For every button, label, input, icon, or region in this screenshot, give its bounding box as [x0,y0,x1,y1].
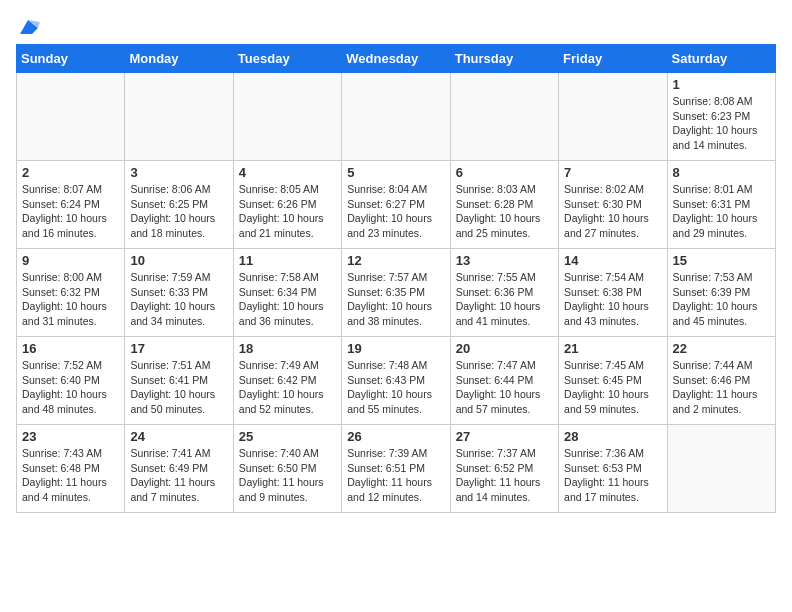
day-info: Sunrise: 8:03 AM Sunset: 6:28 PM Dayligh… [456,182,553,241]
day-info: Sunrise: 8:04 AM Sunset: 6:27 PM Dayligh… [347,182,444,241]
day-number: 26 [347,429,444,444]
calendar-cell: 11Sunrise: 7:58 AM Sunset: 6:34 PM Dayli… [233,249,341,337]
calendar-week-row: 16Sunrise: 7:52 AM Sunset: 6:40 PM Dayli… [17,337,776,425]
calendar-cell: 7Sunrise: 8:02 AM Sunset: 6:30 PM Daylig… [559,161,667,249]
day-number: 15 [673,253,770,268]
calendar-cell: 13Sunrise: 7:55 AM Sunset: 6:36 PM Dayli… [450,249,558,337]
calendar-cell: 27Sunrise: 7:37 AM Sunset: 6:52 PM Dayli… [450,425,558,513]
calendar-cell [125,73,233,161]
day-number: 2 [22,165,119,180]
day-info: Sunrise: 7:59 AM Sunset: 6:33 PM Dayligh… [130,270,227,329]
day-info: Sunrise: 7:57 AM Sunset: 6:35 PM Dayligh… [347,270,444,329]
day-number: 10 [130,253,227,268]
calendar-week-row: 1Sunrise: 8:08 AM Sunset: 6:23 PM Daylig… [17,73,776,161]
day-number: 27 [456,429,553,444]
day-info: Sunrise: 7:54 AM Sunset: 6:38 PM Dayligh… [564,270,661,329]
calendar-cell [450,73,558,161]
day-number: 19 [347,341,444,356]
calendar-header-wednesday: Wednesday [342,45,450,73]
day-number: 24 [130,429,227,444]
calendar-cell: 5Sunrise: 8:04 AM Sunset: 6:27 PM Daylig… [342,161,450,249]
calendar-cell: 3Sunrise: 8:06 AM Sunset: 6:25 PM Daylig… [125,161,233,249]
calendar-cell: 15Sunrise: 7:53 AM Sunset: 6:39 PM Dayli… [667,249,775,337]
calendar-cell: 18Sunrise: 7:49 AM Sunset: 6:42 PM Dayli… [233,337,341,425]
day-info: Sunrise: 8:07 AM Sunset: 6:24 PM Dayligh… [22,182,119,241]
day-info: Sunrise: 7:48 AM Sunset: 6:43 PM Dayligh… [347,358,444,417]
day-info: Sunrise: 7:55 AM Sunset: 6:36 PM Dayligh… [456,270,553,329]
calendar-cell: 19Sunrise: 7:48 AM Sunset: 6:43 PM Dayli… [342,337,450,425]
day-info: Sunrise: 7:43 AM Sunset: 6:48 PM Dayligh… [22,446,119,505]
calendar-cell: 25Sunrise: 7:40 AM Sunset: 6:50 PM Dayli… [233,425,341,513]
day-info: Sunrise: 8:01 AM Sunset: 6:31 PM Dayligh… [673,182,770,241]
calendar-cell: 14Sunrise: 7:54 AM Sunset: 6:38 PM Dayli… [559,249,667,337]
calendar-header-monday: Monday [125,45,233,73]
day-number: 22 [673,341,770,356]
day-info: Sunrise: 7:45 AM Sunset: 6:45 PM Dayligh… [564,358,661,417]
calendar-table: SundayMondayTuesdayWednesdayThursdayFrid… [16,44,776,513]
calendar-cell: 22Sunrise: 7:44 AM Sunset: 6:46 PM Dayli… [667,337,775,425]
calendar-header-sunday: Sunday [17,45,125,73]
calendar-cell: 8Sunrise: 8:01 AM Sunset: 6:31 PM Daylig… [667,161,775,249]
calendar-cell: 12Sunrise: 7:57 AM Sunset: 6:35 PM Dayli… [342,249,450,337]
day-info: Sunrise: 7:53 AM Sunset: 6:39 PM Dayligh… [673,270,770,329]
day-info: Sunrise: 7:41 AM Sunset: 6:49 PM Dayligh… [130,446,227,505]
day-info: Sunrise: 7:52 AM Sunset: 6:40 PM Dayligh… [22,358,119,417]
calendar-week-row: 2Sunrise: 8:07 AM Sunset: 6:24 PM Daylig… [17,161,776,249]
day-number: 28 [564,429,661,444]
calendar-cell: 6Sunrise: 8:03 AM Sunset: 6:28 PM Daylig… [450,161,558,249]
day-number: 3 [130,165,227,180]
calendar-week-row: 9Sunrise: 8:00 AM Sunset: 6:32 PM Daylig… [17,249,776,337]
day-info: Sunrise: 7:51 AM Sunset: 6:41 PM Dayligh… [130,358,227,417]
page-header [16,16,776,32]
day-number: 25 [239,429,336,444]
calendar-cell: 16Sunrise: 7:52 AM Sunset: 6:40 PM Dayli… [17,337,125,425]
day-number: 7 [564,165,661,180]
calendar-cell: 2Sunrise: 8:07 AM Sunset: 6:24 PM Daylig… [17,161,125,249]
calendar-cell: 1Sunrise: 8:08 AM Sunset: 6:23 PM Daylig… [667,73,775,161]
calendar-cell: 28Sunrise: 7:36 AM Sunset: 6:53 PM Dayli… [559,425,667,513]
logo-icon [18,18,40,36]
calendar-cell: 21Sunrise: 7:45 AM Sunset: 6:45 PM Dayli… [559,337,667,425]
calendar-cell: 26Sunrise: 7:39 AM Sunset: 6:51 PM Dayli… [342,425,450,513]
day-info: Sunrise: 8:08 AM Sunset: 6:23 PM Dayligh… [673,94,770,153]
day-number: 4 [239,165,336,180]
day-info: Sunrise: 8:02 AM Sunset: 6:30 PM Dayligh… [564,182,661,241]
day-number: 21 [564,341,661,356]
day-number: 14 [564,253,661,268]
day-info: Sunrise: 8:05 AM Sunset: 6:26 PM Dayligh… [239,182,336,241]
calendar-cell [233,73,341,161]
day-info: Sunrise: 7:36 AM Sunset: 6:53 PM Dayligh… [564,446,661,505]
calendar-header-row: SundayMondayTuesdayWednesdayThursdayFrid… [17,45,776,73]
calendar-cell [667,425,775,513]
calendar-header-thursday: Thursday [450,45,558,73]
day-number: 5 [347,165,444,180]
day-info: Sunrise: 7:44 AM Sunset: 6:46 PM Dayligh… [673,358,770,417]
calendar-cell: 17Sunrise: 7:51 AM Sunset: 6:41 PM Dayli… [125,337,233,425]
calendar-cell [17,73,125,161]
day-info: Sunrise: 8:00 AM Sunset: 6:32 PM Dayligh… [22,270,119,329]
calendar-header-tuesday: Tuesday [233,45,341,73]
day-number: 11 [239,253,336,268]
day-number: 8 [673,165,770,180]
calendar-header-saturday: Saturday [667,45,775,73]
day-number: 20 [456,341,553,356]
calendar-cell: 23Sunrise: 7:43 AM Sunset: 6:48 PM Dayli… [17,425,125,513]
day-number: 6 [456,165,553,180]
day-number: 17 [130,341,227,356]
day-info: Sunrise: 7:39 AM Sunset: 6:51 PM Dayligh… [347,446,444,505]
calendar-cell [559,73,667,161]
calendar-week-row: 23Sunrise: 7:43 AM Sunset: 6:48 PM Dayli… [17,425,776,513]
calendar-cell: 20Sunrise: 7:47 AM Sunset: 6:44 PM Dayli… [450,337,558,425]
calendar-cell [342,73,450,161]
day-info: Sunrise: 7:37 AM Sunset: 6:52 PM Dayligh… [456,446,553,505]
day-number: 12 [347,253,444,268]
day-number: 23 [22,429,119,444]
calendar-cell: 24Sunrise: 7:41 AM Sunset: 6:49 PM Dayli… [125,425,233,513]
calendar-header-friday: Friday [559,45,667,73]
day-number: 9 [22,253,119,268]
calendar-cell: 9Sunrise: 8:00 AM Sunset: 6:32 PM Daylig… [17,249,125,337]
day-info: Sunrise: 7:49 AM Sunset: 6:42 PM Dayligh… [239,358,336,417]
day-info: Sunrise: 8:06 AM Sunset: 6:25 PM Dayligh… [130,182,227,241]
day-number: 13 [456,253,553,268]
logo [16,16,40,32]
